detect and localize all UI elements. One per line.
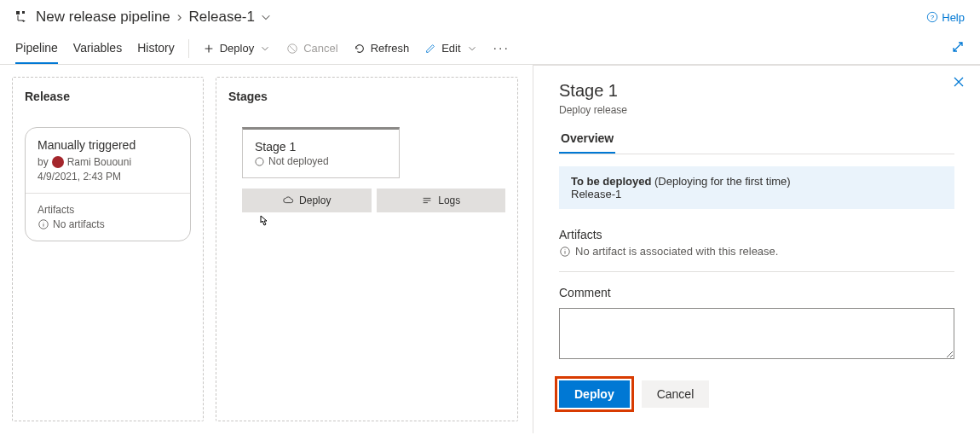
tab-overview[interactable]: Overview	[559, 131, 615, 154]
svg-text:?: ?	[931, 14, 935, 21]
cancel-button[interactable]: Cancel	[642, 380, 710, 408]
by-user: Rami Bououni	[67, 156, 131, 168]
cancel-icon	[286, 43, 298, 55]
comment-textarea[interactable]	[559, 308, 954, 359]
svg-point-6	[256, 157, 263, 165]
no-artifacts-text: No artifacts	[53, 218, 105, 230]
to-be-deployed-suffix: (Deploying for the first time)	[654, 175, 791, 188]
tab-history[interactable]: History	[137, 32, 175, 64]
stage-status: Not deployed	[268, 155, 329, 167]
fullscreen-button[interactable]	[951, 40, 965, 56]
info-release-name: Release-1	[571, 188, 943, 200]
cursor-icon	[256, 214, 533, 232]
fullscreen-icon	[951, 40, 965, 54]
deploy-button[interactable]: Deploy	[559, 380, 630, 408]
release-panel: Release Manually triggered by Rami Bouou…	[12, 77, 204, 421]
stage-deploy-button[interactable]: Deploy	[242, 189, 372, 212]
release-date: 4/9/2021, 2:43 PM	[37, 171, 178, 183]
breadcrumb: New release pipeline › Release-1	[15, 9, 272, 26]
edit-label: Edit	[441, 42, 460, 55]
drawer-subtitle: Deploy release	[559, 104, 954, 116]
stages-title: Stages	[228, 90, 505, 103]
svg-rect-0	[16, 11, 20, 15]
circle-icon	[255, 157, 264, 166]
stage-logs-label: Logs	[438, 194, 460, 206]
pipeline-icon	[15, 10, 29, 24]
plus-icon	[203, 43, 215, 55]
edit-dropdown[interactable]: Edit	[424, 42, 477, 55]
cancel-button[interactable]: Cancel	[286, 42, 337, 55]
deploy-dropdown[interactable]: Deploy	[203, 42, 271, 55]
help-link[interactable]: ? Help	[926, 11, 965, 24]
close-icon	[953, 76, 965, 88]
comment-label: Comment	[559, 286, 954, 299]
stage-card[interactable]: Stage 1 Not deployed	[242, 127, 400, 178]
chevron-right-icon: ›	[177, 9, 182, 26]
breadcrumb-current-label: Release-1	[189, 9, 256, 26]
more-menu[interactable]: ···	[493, 41, 510, 56]
info-icon	[37, 218, 49, 230]
logs-icon	[421, 194, 433, 206]
deploy-label: Deploy	[220, 42, 254, 55]
avatar	[52, 156, 64, 168]
chevron-down-icon	[259, 43, 271, 55]
tab-variables[interactable]: Variables	[73, 32, 122, 64]
help-label: Help	[942, 11, 965, 24]
release-card[interactable]: Manually triggered by Rami Bououni 4/9/2…	[25, 127, 191, 241]
chevron-down-icon	[466, 43, 478, 55]
edit-icon	[424, 43, 436, 55]
svg-rect-1	[22, 11, 25, 14]
cancel-label: Cancel	[303, 42, 337, 55]
chevron-down-icon	[260, 11, 272, 23]
info-box: To be deployed (Deploying for the first …	[559, 166, 954, 209]
help-icon: ?	[926, 11, 938, 23]
artifacts-title: Artifacts	[559, 228, 954, 241]
drawer-title: Stage 1	[559, 81, 954, 101]
no-artifact-msg: No artifact is associated with this rele…	[575, 245, 778, 258]
divider	[188, 39, 189, 58]
release-card-title: Manually triggered	[37, 138, 178, 152]
refresh-button[interactable]: Refresh	[354, 42, 410, 55]
tab-pipeline[interactable]: Pipeline	[15, 32, 58, 64]
stage-logs-button[interactable]: Logs	[377, 189, 506, 212]
to-be-deployed-label: To be deployed	[571, 175, 651, 188]
breadcrumb-current[interactable]: Release-1	[189, 9, 273, 26]
deploy-drawer: Stage 1 Deploy release Overview To be de…	[533, 65, 980, 433]
refresh-label: Refresh	[371, 42, 410, 55]
artifacts-label: Artifacts	[37, 204, 178, 216]
by-prefix: by	[37, 156, 49, 168]
refresh-icon	[354, 43, 366, 55]
breadcrumb-parent[interactable]: New release pipeline	[36, 9, 170, 26]
info-icon	[559, 246, 571, 258]
release-title: Release	[25, 90, 191, 103]
cloud-icon	[282, 194, 294, 206]
stage-deploy-label: Deploy	[299, 194, 331, 206]
stages-panel: Stages Stage 1 Not deployed Deploy	[216, 77, 518, 421]
close-button[interactable]	[953, 76, 965, 91]
stage-name: Stage 1	[255, 140, 387, 154]
